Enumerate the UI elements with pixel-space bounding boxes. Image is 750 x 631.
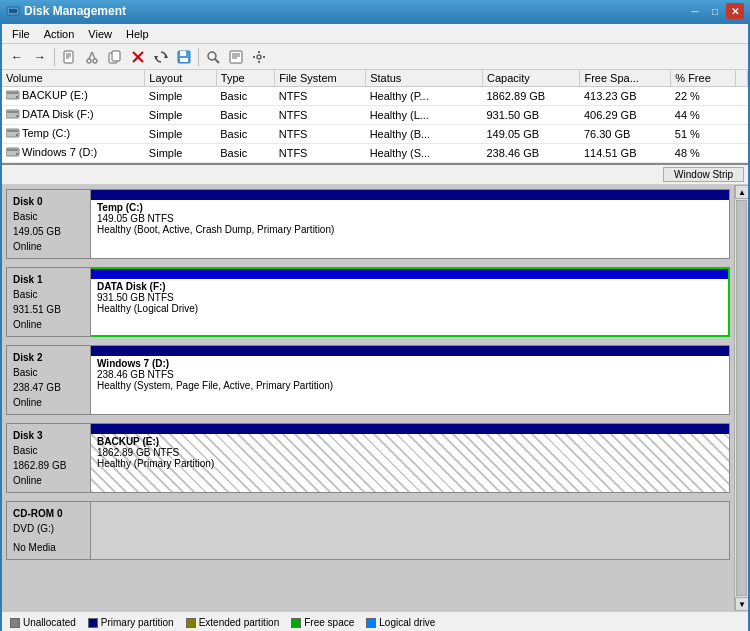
table-row[interactable]: Windows 7 (D:) Simple Basic NTFS Healthy… (2, 144, 748, 163)
cell-fs: NTFS (275, 144, 366, 163)
disk-2-bar (91, 346, 729, 356)
legend-logical: Logical drive (366, 617, 435, 628)
toolbar-sep-1 (54, 48, 55, 66)
document-button[interactable] (58, 46, 80, 68)
col-type[interactable]: Type (216, 70, 274, 87)
scroll-up[interactable]: ▲ (735, 185, 748, 199)
disk-3-size: 1862.89 GB (13, 458, 84, 473)
svg-rect-28 (258, 61, 260, 63)
disk-0-name: Disk 0 (13, 194, 84, 209)
disk-0-info: Disk 0 Basic 149.05 GB Online (6, 189, 91, 259)
volume-table-area: Volume Layout Type File System Status Ca… (2, 70, 748, 165)
legend-box-freespace (291, 618, 301, 628)
cdrom-type: DVD (G:) (13, 521, 84, 536)
disk-3-bar (91, 424, 729, 434)
svg-point-42 (16, 153, 18, 155)
disk-3-type: Basic (13, 443, 84, 458)
col-free[interactable]: Free Spa... (580, 70, 671, 87)
window-strip-bar: Window Strip (2, 165, 748, 185)
export-button[interactable] (225, 46, 247, 68)
scrollbar[interactable]: ▲ ▼ (734, 185, 748, 611)
col-layout[interactable]: Layout (145, 70, 216, 87)
menu-action[interactable]: Action (38, 27, 81, 41)
disk-2-partition-area[interactable]: Windows 7 (D:) 238.46 GB NTFS Healthy (S… (91, 345, 730, 415)
settings-button[interactable] (248, 46, 270, 68)
save-button[interactable] (173, 46, 195, 68)
window-strip-button[interactable]: Window Strip (663, 167, 744, 182)
cell-extra (736, 144, 748, 163)
disk-1-partition-area[interactable]: DATA Disk (F:) 931.50 GB NTFS Healthy (L… (91, 267, 730, 337)
maximize-button[interactable]: □ (706, 3, 724, 19)
col-volume[interactable]: Volume (2, 70, 145, 87)
toolbar-sep-2 (198, 48, 199, 66)
legend-primary: Primary partition (88, 617, 174, 628)
drive-icon (6, 127, 20, 139)
svg-point-20 (208, 52, 216, 60)
disk-0-partition-area[interactable]: Temp (C:) 149.05 GB NTFS Healthy (Boot, … (91, 189, 730, 259)
drive-icon (6, 89, 20, 101)
menu-help[interactable]: Help (120, 27, 155, 41)
disk-2-name: Disk 2 (13, 350, 84, 365)
table-row[interactable]: Temp (C:) Simple Basic NTFS Healthy (B..… (2, 125, 748, 144)
legend-label-unallocated: Unallocated (23, 617, 76, 628)
disk-3-partition-area[interactable]: BACKUP (E:) 1862.89 GB NTFS Healthy (Pri… (91, 423, 730, 493)
legend-label-logical: Logical drive (379, 617, 435, 628)
cell-pct: 22 % (671, 87, 736, 106)
volume-table: Volume Layout Type File System Status Ca… (2, 70, 748, 163)
forward-button[interactable]: → (29, 46, 51, 68)
cell-type: Basic (216, 125, 274, 144)
col-capacity[interactable]: Capacity (483, 70, 580, 87)
close-button[interactable]: ✕ (726, 3, 744, 19)
cell-extra (736, 106, 748, 125)
disk-row-3: Disk 3 Basic 1862.89 GB Online BACKUP (E… (6, 423, 730, 493)
disk-1-bar (91, 269, 728, 279)
graph-wrapper: Disk 0 Basic 149.05 GB Online Temp (C:) … (2, 185, 748, 611)
col-fs[interactable]: File System (275, 70, 366, 87)
col-pct[interactable]: % Free (671, 70, 736, 87)
scroll-down[interactable]: ▼ (735, 597, 748, 611)
legend-label-freespace: Free space (304, 617, 354, 628)
minimize-button[interactable]: ─ (686, 3, 704, 19)
cell-free: 413.23 GB (580, 87, 671, 106)
cut-button[interactable] (81, 46, 103, 68)
cell-status: Healthy (B... (366, 125, 483, 144)
app-icon (6, 4, 20, 18)
toolbar: ← → (2, 44, 748, 70)
cell-capacity: 238.46 GB (483, 144, 580, 163)
cell-volume: Windows 7 (D:) (2, 144, 145, 163)
svg-rect-3 (64, 51, 73, 63)
col-status[interactable]: Status (366, 70, 483, 87)
disk-0-bar (91, 190, 729, 200)
cell-fs: NTFS (275, 87, 366, 106)
table-row[interactable]: BACKUP (E:) Simple Basic NTFS Healthy (P… (2, 87, 748, 106)
search-button[interactable] (202, 46, 224, 68)
back-button[interactable]: ← (6, 46, 28, 68)
copy-button[interactable] (104, 46, 126, 68)
delete-button[interactable] (127, 46, 149, 68)
menu-file[interactable]: File (6, 27, 36, 41)
disk-2-label: Windows 7 (D:) (97, 358, 723, 369)
legend-box-unallocated (10, 618, 20, 628)
menu-view[interactable]: View (82, 27, 118, 41)
scroll-thumb[interactable] (736, 200, 747, 596)
legend-label-extended: Extended partition (199, 617, 280, 628)
legend-freespace: Free space (291, 617, 354, 628)
disk-3-health: Healthy (Primary Partition) (97, 458, 723, 469)
legend-extended: Extended partition (186, 617, 280, 628)
cell-free: 406.29 GB (580, 106, 671, 125)
disk-1-status: Online (13, 317, 84, 332)
disk-row-0: Disk 0 Basic 149.05 GB Online Temp (C:) … (6, 189, 730, 259)
cell-layout: Simple (145, 125, 216, 144)
disk-2-size-label: 238.46 GB NTFS (97, 369, 723, 380)
refresh-button[interactable] (150, 46, 172, 68)
table-row[interactable]: DATA Disk (F:) Simple Basic NTFS Healthy… (2, 106, 748, 125)
cdrom-name: CD-ROM 0 (13, 506, 84, 521)
disk-1-info: Disk 1 Basic 931.51 GB Online (6, 267, 91, 337)
disk-0-size-label: 149.05 GB NTFS (97, 213, 723, 224)
cell-capacity: 931.50 GB (483, 106, 580, 125)
svg-rect-38 (7, 130, 18, 132)
cell-extra (736, 125, 748, 144)
disk-2-info: Disk 2 Basic 238.47 GB Online (6, 345, 91, 415)
drive-icon (6, 108, 20, 120)
legend-box-primary (88, 618, 98, 628)
